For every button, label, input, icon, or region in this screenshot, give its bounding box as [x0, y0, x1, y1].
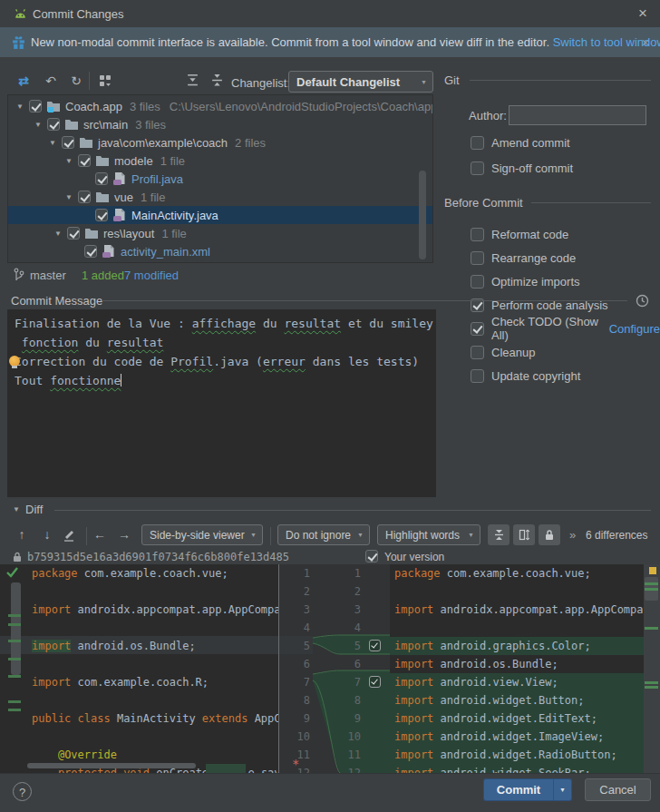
- tree-row-profil-java[interactable]: Profil.java: [8, 170, 432, 188]
- commit-options-arrow[interactable]: ▼: [553, 778, 572, 801]
- tree-row-src-main[interactable]: ▼ src\main 3 files: [8, 115, 432, 133]
- cancel-button[interactable]: Cancel: [585, 778, 651, 801]
- tree-row-modele[interactable]: ▼ modele 1 file: [8, 152, 432, 170]
- ignore-policy-select[interactable]: Do not ignore ▼: [277, 524, 370, 545]
- amend-commit-option[interactable]: Amend commit: [471, 134, 570, 151]
- apply-left-icon[interactable]: ←: [91, 526, 109, 543]
- optimize-imports-label: Optimize imports: [491, 275, 580, 289]
- notification-banner: New non-modal commit interface is availa…: [0, 27, 660, 57]
- next-difference-icon[interactable]: ↓: [38, 526, 56, 543]
- added-count[interactable]: 1 added: [82, 269, 124, 282]
- check-todo-checkbox[interactable]: [471, 322, 484, 336]
- more-actions-chevron[interactable]: »: [569, 528, 576, 542]
- tree-row-vue[interactable]: ▼ vue 1 file: [8, 188, 432, 206]
- option-cleanup[interactable]: Cleanup: [471, 344, 660, 360]
- history-icon[interactable]: [636, 294, 649, 308]
- inline-change-fragment: [206, 764, 246, 773]
- line-number: 11: [313, 746, 361, 764]
- collapse-all-icon[interactable]: [210, 73, 224, 87]
- diff-splitter[interactable]: [278, 564, 279, 773]
- tree-checkbox[interactable]: [29, 100, 42, 113]
- apply-right-icon[interactable]: →: [115, 526, 133, 543]
- expand-all-icon[interactable]: [186, 73, 199, 87]
- amend-commit-checkbox[interactable]: [471, 136, 484, 150]
- author-input[interactable]: [509, 105, 646, 125]
- tree-checkbox[interactable]: [84, 245, 97, 258]
- option-check-todo[interactable]: Check TODO (Show All) Configure: [471, 320, 660, 337]
- warning-stripe-mark[interactable]: [649, 567, 656, 574]
- tree-expand-icon[interactable]: ▼: [52, 230, 64, 238]
- option-optimize-imports[interactable]: Optimize imports: [471, 273, 660, 289]
- commit-message-input[interactable]: Finalisation de la Vue : affichage du re…: [7, 309, 436, 497]
- group-by-icon[interactable]: [98, 73, 112, 88]
- diff-right-pane[interactable]: package com.example.coach.vue;import and…: [390, 564, 644, 773]
- signoff-commit-option[interactable]: Sign-off commit: [471, 160, 573, 176]
- collapse-unchanged-toggle[interactable]: [488, 524, 510, 545]
- configure-link[interactable]: Configure: [609, 322, 660, 336]
- changelist-value: Default Changelist: [296, 75, 400, 89]
- rollback-icon[interactable]: ↶: [42, 73, 60, 89]
- tree-expand-icon[interactable]: ▼: [14, 103, 26, 111]
- disable-editing-toggle[interactable]: [539, 524, 560, 545]
- tree-expand-icon[interactable]: ▼: [63, 157, 75, 165]
- commit-button[interactable]: Commit: [483, 778, 553, 801]
- line-number: 5: [313, 637, 361, 655]
- tree-checkbox[interactable]: [95, 209, 108, 221]
- tree-checkbox[interactable]: [78, 191, 91, 203]
- changelist-select[interactable]: Default Changelist ▼: [288, 71, 433, 93]
- tree-checkbox[interactable]: [67, 227, 80, 240]
- git-section-title: Git: [444, 73, 460, 87]
- option-perform-code-analysis[interactable]: Perform code analysis: [471, 297, 660, 313]
- banner-close-icon[interactable]: ×: [637, 34, 654, 51]
- tree-expand-icon[interactable]: ▼: [63, 193, 75, 201]
- tree-row-activity-main-xml[interactable]: activity_main.xml: [8, 242, 432, 260]
- tree-item-name: activity_main.xml: [121, 245, 210, 259]
- modified-count[interactable]: 7 modified: [124, 269, 179, 282]
- edit-source-icon[interactable]: [62, 528, 76, 543]
- previous-difference-icon[interactable]: ↑: [13, 526, 31, 543]
- update-copyright-label: Update copyright: [491, 369, 580, 383]
- refresh-icon[interactable]: ↻: [67, 73, 85, 89]
- line-checkbox[interactable]: [369, 640, 381, 651]
- option-reformat-code[interactable]: Reformat code: [471, 226, 660, 242]
- your-version-checkbox[interactable]: [365, 550, 378, 563]
- tree-item-count: 3 files: [130, 100, 160, 113]
- viewer-select[interactable]: Side-by-side viewer ▼: [141, 524, 263, 545]
- update-copyright-checkbox[interactable]: [471, 369, 484, 383]
- tree-checkbox[interactable]: [47, 118, 60, 131]
- tree-row-res-layout[interactable]: ▼ res\layout 1 file: [8, 224, 432, 242]
- close-icon[interactable]: ×: [633, 4, 653, 24]
- rearrange-code-checkbox[interactable]: [471, 251, 484, 265]
- tree-checkbox[interactable]: [62, 136, 74, 149]
- tree-item-name: MainActivity.java: [131, 209, 218, 222]
- chevron-down-icon: ▼: [559, 787, 566, 793]
- sync-scrolling-toggle[interactable]: [513, 524, 535, 545]
- cleanup-checkbox[interactable]: [471, 346, 484, 359]
- diff-collapse-arrow[interactable]: ▼: [13, 505, 20, 514]
- tree-row-mainactivity-java[interactable]: MainActivity.java: [8, 206, 432, 224]
- tree-checkbox[interactable]: [95, 172, 108, 185]
- option-rearrange-code[interactable]: Rearrange code: [471, 249, 660, 266]
- show-diff-icon[interactable]: ⇄: [15, 73, 33, 89]
- tree-item-name: Profil.java: [131, 172, 183, 186]
- reformat-code-checkbox[interactable]: [471, 228, 484, 241]
- tree-expand-icon[interactable]: ▼: [46, 139, 59, 147]
- tree-expand-icon[interactable]: ▼: [32, 121, 44, 129]
- line-number: 3: [313, 601, 361, 619]
- diff-left-pane[interactable]: package com.example.coach.vue;import and…: [27, 564, 278, 773]
- signoff-commit-checkbox[interactable]: [471, 161, 484, 175]
- tree-row-java-package[interactable]: ▼ java\com\example\coach 2 files: [8, 133, 432, 152]
- lightbulb-icon[interactable]: [9, 356, 20, 367]
- option-update-copyright[interactable]: Update copyright: [471, 367, 660, 384]
- tree-row-coach-app[interactable]: ▼ Coach.app 3 files C:\Users\Lenovo\Andr…: [8, 97, 432, 115]
- optimize-imports-checkbox[interactable]: [471, 275, 484, 289]
- help-button[interactable]: ?: [13, 782, 32, 801]
- horizontal-scrollbar[interactable]: [27, 763, 196, 768]
- highlight-policy-select[interactable]: Highlight words ▼: [377, 524, 480, 545]
- line-checkbox[interactable]: [369, 676, 381, 688]
- error-stripe[interactable]: [644, 564, 660, 773]
- left-scrollbar[interactable]: [11, 582, 21, 675]
- tree-checkbox[interactable]: [78, 154, 91, 167]
- tree-scrollbar[interactable]: [419, 171, 426, 259]
- changed-files-tree: ▼ Coach.app 3 files C:\Users\Lenovo\Andr…: [7, 94, 433, 263]
